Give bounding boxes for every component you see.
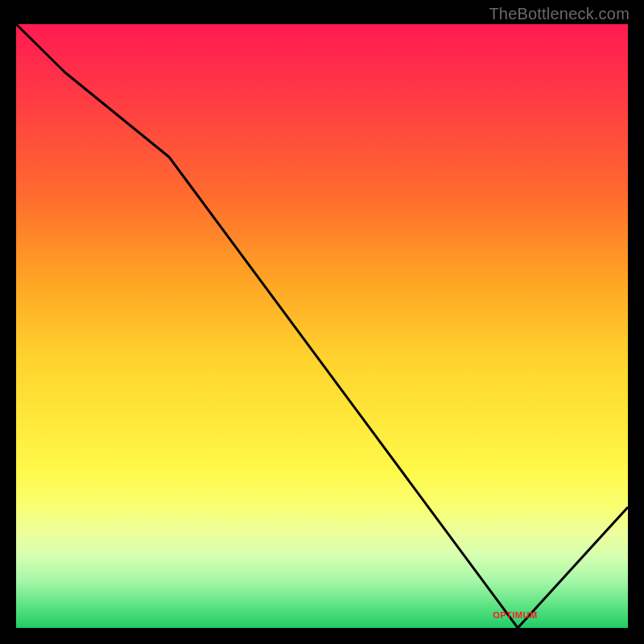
plot-frame: OPTIMUM: [16, 24, 628, 628]
attribution-text: TheBottleneck.com: [489, 5, 630, 23]
bottleneck-curve: [16, 24, 628, 628]
curve-svg: [16, 24, 628, 628]
chart-container: TheBottleneck.com OPTIMUM: [0, 0, 644, 644]
optimum-label: OPTIMUM: [493, 610, 537, 620]
